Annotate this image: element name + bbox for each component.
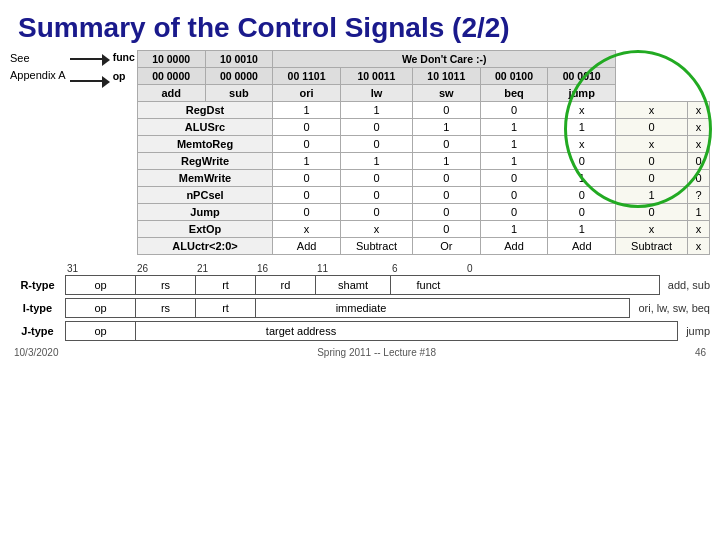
cell-RegDst-1: 1: [340, 102, 412, 119]
op6-header: 00 0010: [548, 68, 616, 85]
cell-nPCsel-4: 0: [548, 187, 616, 204]
page-title: Summary of the Control Signals (2/2): [0, 0, 720, 50]
cell-MemtoReg-3: 1: [480, 136, 548, 153]
inst-field-op: op: [66, 299, 136, 317]
cell-RegDst-0: 1: [273, 102, 341, 119]
op-code-header: 10 0010: [205, 51, 273, 68]
row-label-regwrite: RegWrite: [137, 153, 272, 170]
func-00-header: 00 0000: [137, 68, 205, 85]
cell-ALUctr<2:0>-6: x: [688, 238, 710, 255]
table-row: ALUctr<2:0>AddSubtractOrAddAddSubtractx: [137, 238, 709, 255]
cell-RegWrite-0: 1: [273, 153, 341, 170]
row-label-npcsel: nPCsel: [137, 187, 272, 204]
cell-Jump-6: 1: [688, 204, 710, 221]
cell-RegWrite-4: 0: [548, 153, 616, 170]
cell-Jump-0: 0: [273, 204, 341, 221]
table-row: RegWrite1111000: [137, 153, 709, 170]
cell-MemtoReg-0: 0: [273, 136, 341, 153]
cell-nPCsel-1: 0: [340, 187, 412, 204]
cell-ALUSrc-1: 0: [340, 119, 412, 136]
we-dont-care-header: We Don't Care :-): [273, 51, 616, 68]
cell-Jump-5: 0: [616, 204, 688, 221]
row-label-regdst: RegDst: [137, 102, 272, 119]
cell-ALUctr<2:0>-1: Subtract: [340, 238, 412, 255]
footer: 10/3/2020 Spring 2011 -- Lecture #18 46: [10, 347, 710, 358]
cell-RegWrite-2: 1: [412, 153, 480, 170]
col-ori: ori: [273, 85, 341, 102]
cell-MemWrite-0: 0: [273, 170, 341, 187]
bit-labels: 31 26 21 16 11 6 0: [67, 263, 710, 274]
inst-field-rs: rs: [136, 299, 196, 317]
op1-header: 00 0000: [205, 68, 273, 85]
cell-ExtOp-1: x: [340, 221, 412, 238]
inst-field-funct: funct: [391, 276, 466, 294]
cell-RegDst-5: x: [616, 102, 688, 119]
cell-RegDst-6: x: [688, 102, 710, 119]
cell-nPCsel-3: 0: [480, 187, 548, 204]
bit-21: 21: [197, 263, 257, 274]
cell-nPCsel-2: 0: [412, 187, 480, 204]
cell-nPCsel-0: 0: [273, 187, 341, 204]
col-sub: sub: [205, 85, 273, 102]
cell-ExtOp-5: x: [616, 221, 688, 238]
func-code-header: 10 0000: [137, 51, 205, 68]
cell-MemWrite-3: 0: [480, 170, 548, 187]
bit-11: 11: [317, 263, 392, 274]
col-beq: beq: [480, 85, 548, 102]
cell-ALUSrc-3: 1: [480, 119, 548, 136]
cell-ALUSrc-4: 1: [548, 119, 616, 136]
col-sw: sw: [412, 85, 480, 102]
cell-MemtoReg-5: x: [616, 136, 688, 153]
cell-MemtoReg-1: 0: [340, 136, 412, 153]
footer-date: 10/3/2020: [14, 347, 59, 358]
table-row: ExtOpxx011xx: [137, 221, 709, 238]
table-row: MemWrite0000100: [137, 170, 709, 187]
row-label-memwrite: MemWrite: [137, 170, 272, 187]
cell-MemtoReg-6: x: [688, 136, 710, 153]
op2-header: 00 1101: [273, 68, 341, 85]
cell-ALUSrc-2: 1: [412, 119, 480, 136]
cell-ExtOp-6: x: [688, 221, 710, 238]
inst-fields: oprsrtimmediate: [65, 298, 630, 318]
table-row: ALUSrc001110x: [137, 119, 709, 136]
inst-field-rs: rs: [136, 276, 196, 294]
cell-Jump-2: 0: [412, 204, 480, 221]
cell-MemWrite-1: 0: [340, 170, 412, 187]
row-label-memtoreg: MemtoReg: [137, 136, 272, 153]
cell-RegWrite-3: 1: [480, 153, 548, 170]
op-arrow: [70, 74, 110, 88]
cell-RegWrite-6: 0: [688, 153, 710, 170]
inst-field-op: op: [66, 276, 136, 294]
footer-page: 46: [695, 347, 706, 358]
col-lw: lw: [340, 85, 412, 102]
inst-field-immediate: immediate: [256, 299, 466, 317]
cell-nPCsel-6: ?: [688, 187, 710, 204]
bit-0: 0: [467, 263, 487, 274]
cell-MemWrite-5: 0: [616, 170, 688, 187]
bit-31: 31: [67, 263, 137, 274]
inst-field-target-address: target address: [136, 322, 466, 340]
cell-Jump-1: 0: [340, 204, 412, 221]
row-label-aluctr2:0: ALUctr<2:0>: [137, 238, 272, 255]
inst-fields: oprsrtrdshamtfunct: [65, 275, 660, 295]
cell-ALUctr<2:0>-2: Or: [412, 238, 480, 255]
table-row: RegDst1100xxx: [137, 102, 709, 119]
cell-RegDst-2: 0: [412, 102, 480, 119]
inst-field-rt: rt: [196, 276, 256, 294]
table-row: nPCsel000001?: [137, 187, 709, 204]
inst-field-shamt: shamt: [316, 276, 391, 294]
inst-extra-label: jump: [686, 325, 710, 337]
cell-ALUctr<2:0>-4: Add: [548, 238, 616, 255]
see-appendix-text: SeeAppendix A: [10, 50, 66, 83]
op5-header: 00 0100: [480, 68, 548, 85]
cell-RegDst-4: x: [548, 102, 616, 119]
table-row: Jump0000001: [137, 204, 709, 221]
row-label-jump: Jump: [137, 204, 272, 221]
cell-Jump-4: 0: [548, 204, 616, 221]
func-label: func: [113, 51, 135, 63]
inst-field-rt: rt: [196, 299, 256, 317]
inst-extra-label: ori, lw, sw, beq: [638, 302, 710, 314]
cell-RegDst-3: 0: [480, 102, 548, 119]
cell-ALUSrc-5: 0: [616, 119, 688, 136]
footer-course: Spring 2011 -- Lecture #18: [317, 347, 436, 358]
